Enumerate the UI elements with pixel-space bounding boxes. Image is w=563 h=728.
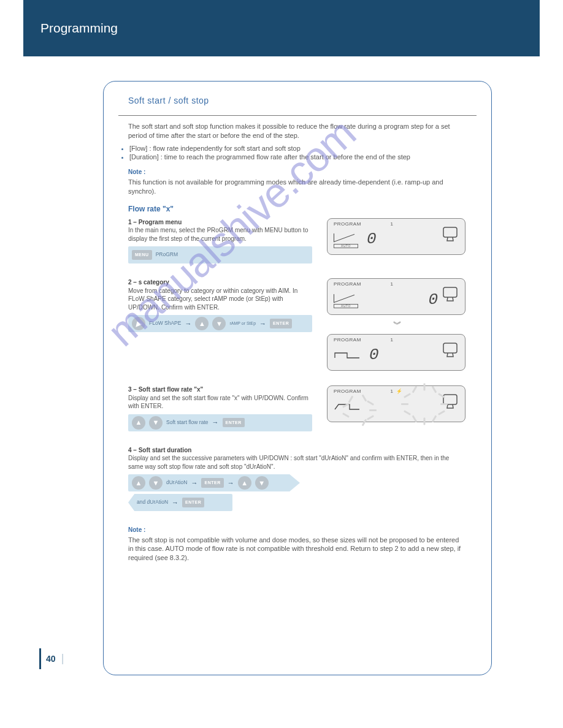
lcd-column: PROGRAM 1 AUTO 0 — [327, 218, 465, 255]
step-4: 4 – Soft start duration Display and set … — [128, 446, 465, 512]
step-text: 3 – Soft start flow rate "x" Display and… — [128, 385, 312, 431]
header-title: Programming — [40, 21, 118, 36]
lcd-top-label: PROGRAM 1 ⚡ — [334, 389, 403, 395]
note-heading: Note : — [128, 168, 477, 176]
step-3: 3 – Soft start flow rate "x" Display and… — [128, 385, 465, 431]
strip-text: rAMP or StEp — [229, 320, 256, 326]
instruction-strip: ▶ FLoW ShAPE → ▲ ▼ rAMP or StEp → ENTER — [128, 315, 312, 332]
arrow-icon: → — [228, 479, 234, 488]
strip-text: PRoGRM — [156, 251, 178, 258]
down-icon: ▼ — [212, 317, 226, 330]
up-icon: ▲ — [238, 476, 251, 490]
sunburst-icon — [407, 390, 450, 420]
lcd-top-label: PROGRAM 1 — [334, 221, 394, 228]
content-panel: Soft start / soft stop The soft start an… — [103, 81, 492, 675]
down-icon: ▼ — [149, 476, 163, 490]
intro-text: The soft start and soft stop function ma… — [128, 122, 465, 140]
divider — [118, 115, 477, 116]
strip-text: and dUrAtioN — [137, 499, 168, 506]
lcd-display: PROGRAM 1 AUTO 0 — [327, 278, 465, 315]
step-2: 2 – s category Move from category to cat… — [128, 278, 465, 371]
sunburst-icon — [345, 396, 388, 427]
panel-title: Soft start / soft stop — [128, 95, 477, 107]
display-icon — [442, 225, 459, 248]
strip-text: Soft start flow rate — [166, 419, 209, 426]
arrow-icon: → — [212, 418, 219, 427]
page-bar-icon — [39, 648, 41, 669]
arrow-icon: → — [259, 319, 266, 328]
arrow-icon: → — [191, 479, 197, 488]
lcd-top-label: PROGRAM 1 — [334, 337, 394, 344]
category-heading: Flow rate "x" — [128, 204, 477, 214]
lcd-segments: AUTO 0 — [334, 289, 442, 311]
svg-rect-2 — [443, 343, 457, 353]
down-icon: ▼ — [149, 416, 163, 430]
play-icon: ▶ — [132, 317, 145, 330]
step-text: 4 – Soft start duration Display and set … — [128, 446, 465, 512]
arrow-down-icon: ︾ — [327, 319, 465, 330]
enter-button-icon: ENTER — [223, 418, 245, 427]
menu-button-icon: MENU — [132, 250, 152, 259]
step-icon — [334, 349, 361, 362]
lcd-column: PROGRAM 1 AUTO 0 ︾ PROGRAM 1 — [327, 278, 465, 371]
lcd-display: PROGRAM 1 AUTO 0 — [327, 218, 465, 255]
lcd-segments: 0 — [334, 344, 442, 366]
ramp-icon: AUTO — [334, 290, 358, 309]
display-icon — [442, 341, 459, 364]
svg-rect-0 — [443, 227, 457, 237]
display-icon — [442, 285, 459, 308]
step-text: 1 – Program menu In the main menu, selec… — [128, 218, 312, 264]
note-heading: Note : — [128, 526, 477, 534]
svg-rect-1 — [443, 287, 457, 297]
up-icon: ▲ — [132, 416, 145, 430]
step-text: 2 – s category Move from category to cat… — [128, 278, 312, 332]
instruction-strip: MENU PRoGRM — [128, 246, 312, 264]
lcd-display: PROGRAM 1 0 — [327, 334, 465, 371]
instruction-strip: and dUrAtioN → ENTER — [128, 494, 232, 511]
up-icon: ▲ — [132, 476, 145, 490]
arrow-icon: → — [172, 498, 178, 507]
enter-button-icon: ENTER — [270, 319, 292, 328]
strip-text: dUrAtioN — [166, 479, 187, 486]
arrow-icon: → — [185, 319, 191, 328]
page-bar-thin-icon: │ — [61, 654, 66, 664]
down-icon: ▼ — [255, 476, 269, 490]
page-number: 40 │ — [39, 648, 66, 669]
lcd-segments: AUTO 0 — [334, 229, 442, 250]
strip-text: FLoW ShAPE — [149, 320, 181, 327]
bullet-item: [Duration] : time to reach the programme… — [129, 153, 477, 162]
note-body: This function is not available for progr… — [128, 178, 465, 196]
bullet-list: [Flow] : flow rate independently for sof… — [118, 144, 477, 162]
lcd-value: 0 — [369, 344, 379, 366]
lcd-display: PROGRAM 1 ⚡ — [327, 385, 465, 422]
lcd-top-label: PROGRAM 1 — [334, 281, 394, 288]
note-body: The soft stop is not compatible with vol… — [128, 536, 465, 563]
enter-button-icon: ENTER — [182, 498, 204, 507]
instruction-strip: ▲ ▼ dUrAtioN → ENTER → ▲ ▼ — [128, 474, 300, 491]
enter-button-icon: ENTER — [201, 478, 223, 487]
lcd-value: 0 — [428, 289, 438, 311]
instruction-strip: ▲ ▼ Soft start flow rate → ENTER — [128, 414, 312, 431]
lcd-value: 0 — [367, 229, 377, 250]
up-icon: ▲ — [195, 317, 209, 330]
step-1: 1 – Program menu In the main menu, selec… — [128, 218, 465, 264]
ramp-icon: AUTO — [334, 230, 358, 249]
lcd-column: PROGRAM 1 ⚡ — [327, 385, 465, 422]
bullet-item: [Flow] : flow rate independently for sof… — [129, 144, 477, 153]
header-bar: Programming — [23, 0, 540, 56]
